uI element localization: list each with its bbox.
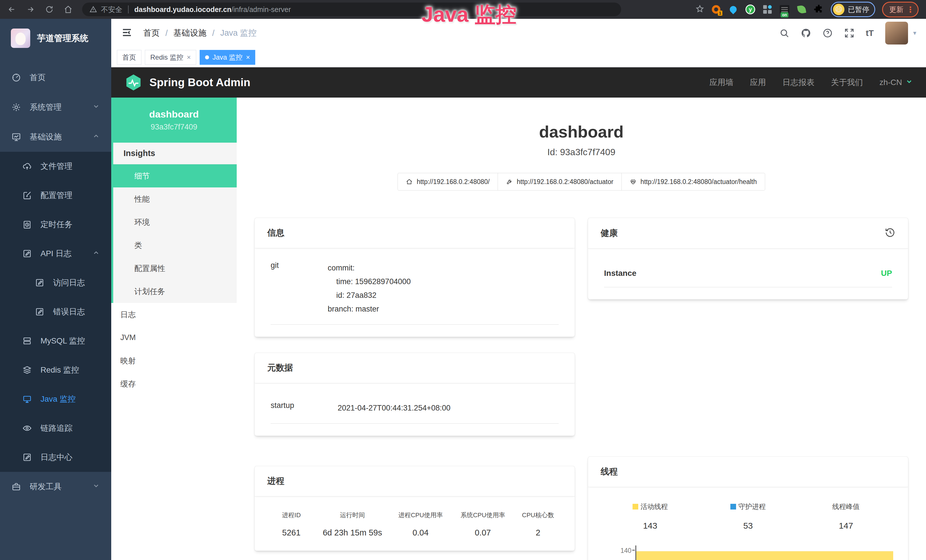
sidebar-item-java-monitor[interactable]: Java 监控: [0, 384, 111, 414]
tab-java-monitor[interactable]: Java 监控 ×: [200, 50, 255, 65]
sba-nav-applications[interactable]: 应用: [750, 77, 766, 88]
extension-green-icon[interactable]: y: [745, 4, 755, 15]
tab-redis-monitor[interactable]: Redis 监控 ×: [145, 50, 196, 65]
cloud-upload-icon: [22, 162, 32, 171]
sba-nav-details[interactable]: 细节: [113, 164, 237, 188]
forward-icon[interactable]: [26, 5, 35, 14]
process-stat-process-cpu: 进程CPU使用率 0.04: [388, 511, 453, 537]
sba-nav-config-props[interactable]: 配置属性: [113, 257, 237, 280]
avatar-caret-icon[interactable]: ▾: [913, 29, 916, 37]
sidebar-item-log-center[interactable]: 日志中心: [0, 443, 111, 472]
top-header: 首页 / 基础设施 / Java 监控 tT ▾: [111, 19, 926, 47]
breadcrumb-infrastructure[interactable]: 基础设施: [173, 27, 206, 39]
process-stats: 进程ID 5261 运行时间 6d 23h 15m 59s: [266, 507, 563, 539]
sidebar-menu: 首页 系统管理 基础设施 文件管理: [0, 63, 111, 501]
app-logo[interactable]: 芋道管理系统: [0, 19, 111, 53]
breadcrumb: 首页 / 基础设施 / Java 监控: [143, 27, 256, 39]
sidebar-item-access-logs[interactable]: 访问日志: [0, 268, 111, 297]
sidebar-item-infrastructure[interactable]: 基础设施: [0, 122, 111, 152]
sidebar-item-api-logs[interactable]: API 日志: [0, 239, 111, 268]
sidebar-item-homepage[interactable]: 首页: [0, 63, 111, 92]
sba-nav-caches[interactable]: 缓存: [111, 372, 237, 395]
github-icon[interactable]: [801, 28, 811, 38]
process-stat-pid: 进程ID 5261: [266, 511, 316, 537]
process-card: 进程 进程ID 5261 运行时间: [254, 466, 575, 551]
status-badge: UP: [881, 269, 892, 278]
server-icon: [22, 336, 32, 346]
sidebar-item-config-management[interactable]: 配置管理: [0, 181, 111, 210]
sba-plain-group: 日志 JVM 映射 缓存: [111, 303, 237, 395]
doc-pen-icon: [35, 307, 44, 317]
breadcrumb-home[interactable]: 首页: [143, 27, 160, 39]
startup-timestamp: 2021-04-27T00:44:31.254+08:00: [337, 401, 451, 415]
sba-nav-performance[interactable]: 性能: [113, 188, 237, 210]
browser-profile-chip[interactable]: 😄 已暂停: [831, 2, 875, 17]
legend-swatch-yellow: [632, 504, 638, 510]
endpoint-health-button[interactable]: http://192.168.0.2:48080/actuator/health: [622, 173, 765, 191]
fullscreen-icon[interactable]: [844, 28, 855, 38]
sidebar-item-system-management[interactable]: 系统管理: [0, 92, 111, 122]
sidebar-item-trace[interactable]: 链路追踪: [0, 414, 111, 443]
sba-nav-journal[interactable]: 日志报表: [782, 77, 814, 88]
home-icon[interactable]: [64, 5, 73, 14]
process-stat-system-cpu: 系统CPU使用率 0.07: [453, 511, 513, 537]
sba-nav-jvm[interactable]: JVM: [111, 326, 237, 349]
sba-nav-logs[interactable]: 日志: [111, 303, 237, 326]
extensions-puzzle-icon[interactable]: [814, 4, 824, 15]
address-bar[interactable]: 不安全 dashboard.yudao.iocoder.cn/infra/adm…: [82, 3, 621, 16]
endpoint-buttons: http://192.168.0.2:48080/ http://192.168…: [254, 173, 908, 191]
profile-label: 已暂停: [848, 5, 869, 14]
monitor-chart-icon: [11, 132, 21, 142]
threads-chart: 140 120 100: [601, 547, 895, 560]
search-icon[interactable]: [779, 28, 790, 38]
sba-nav-environment[interactable]: 环境: [113, 210, 237, 234]
help-icon[interactable]: [823, 28, 833, 38]
close-icon[interactable]: ×: [246, 53, 250, 61]
endpoint-actuator-button[interactable]: http://192.168.0.2:48080/actuator: [498, 173, 622, 191]
sidebar-item-mysql-monitor[interactable]: MySQL 监控: [0, 326, 111, 356]
close-icon[interactable]: ×: [187, 53, 191, 61]
extension-switch-icon[interactable]: on: [779, 4, 790, 15]
insights-group: Insights 细节 性能 环境 类 配置属性 计划任务: [111, 143, 237, 303]
sba-brand[interactable]: Spring Boot Admin: [150, 76, 250, 89]
metadata-card: 元数据 startup 2021-04-27T00:44:31.254+08:0…: [254, 353, 575, 436]
sidebar-item-file-management[interactable]: 文件管理: [0, 152, 111, 181]
tab-homepage[interactable]: 首页: [117, 50, 141, 65]
sidebar-item-redis-monitor[interactable]: Redis 监控: [0, 356, 111, 384]
profile-avatar: 😄: [833, 4, 844, 15]
sba-nav: 应用墙 应用 日志报表 关于我们 zh-CN: [710, 77, 913, 88]
chart-y-axis: 140 120 100: [601, 547, 635, 560]
user-avatar[interactable]: [885, 22, 908, 44]
legend-live-threads: 活动线程 143: [601, 502, 699, 531]
sba-locale-select[interactable]: zh-CN: [879, 78, 913, 87]
reload-icon[interactable]: [45, 5, 54, 14]
process-stat-cpu-cores: CPU核心数 2: [513, 511, 563, 537]
page-title: dashboard: [254, 122, 908, 141]
endpoint-home-button[interactable]: http://192.168.0.2:48080/: [398, 173, 498, 191]
extension-grid-icon[interactable]: [762, 4, 773, 15]
sba-nav-classes[interactable]: 类: [113, 234, 237, 257]
sba-nav-mappings[interactable]: 映射: [111, 349, 237, 372]
back-icon[interactable]: [8, 5, 16, 14]
extension-leaf-icon[interactable]: [796, 4, 807, 15]
sba-nav-about[interactable]: 关于我们: [831, 77, 863, 88]
extension-orange-icon[interactable]: 1: [711, 4, 721, 15]
sba-nav-wallboard[interactable]: 应用墙: [710, 77, 734, 88]
sidebar-item-error-logs[interactable]: 错误日志: [0, 297, 111, 326]
history-icon[interactable]: [885, 227, 896, 239]
sidebar-item-scheduled-tasks[interactable]: 定时任务: [0, 210, 111, 239]
security-label: 不安全: [101, 5, 123, 14]
wrench-icon: [506, 178, 513, 185]
chrome-update-button[interactable]: 更新 ⋮: [882, 2, 918, 17]
browser-menu-icon[interactable]: ⋮: [906, 5, 914, 14]
sidebar-collapse-icon[interactable]: [121, 27, 133, 40]
extension-pin-icon[interactable]: [728, 4, 738, 15]
card-title: 线程: [601, 466, 618, 478]
instance-name: dashboard: [149, 109, 199, 120]
sba-nav-scheduled-tasks[interactable]: 计划任务: [113, 280, 237, 303]
metadata-row-startup: startup 2021-04-27T00:44:31.254+08:00: [271, 401, 559, 424]
sba-header: Spring Boot Admin 应用墙 应用 日志报表 关于我们 zh-CN: [111, 67, 926, 98]
sidebar-item-dev-tools[interactable]: 研发工具: [0, 472, 111, 501]
bookmark-star-icon[interactable]: [696, 5, 704, 14]
font-size-icon[interactable]: tT: [866, 28, 874, 38]
